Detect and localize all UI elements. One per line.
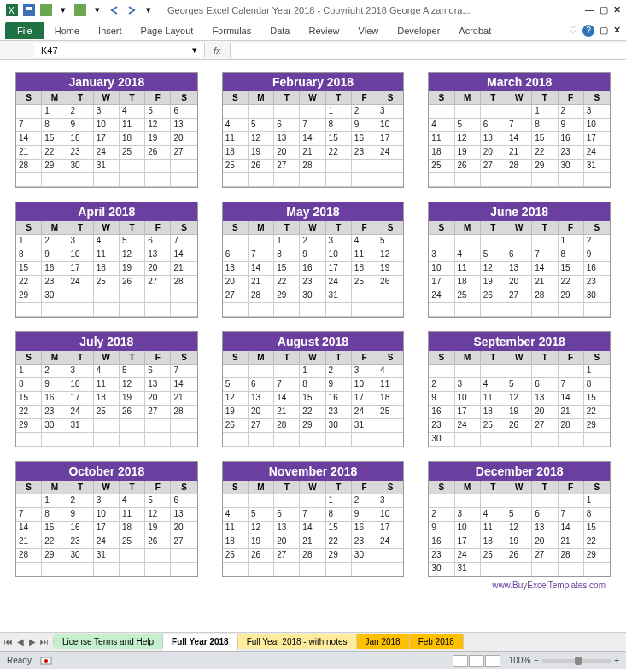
day-cell[interactable]: 14 <box>16 132 42 146</box>
day-cell[interactable]: 8 <box>584 508 610 522</box>
day-cell[interactable] <box>249 105 274 119</box>
day-cell[interactable]: 20 <box>145 392 171 406</box>
qat-dropdown-1[interactable]: ▾ <box>56 3 70 17</box>
day-cell[interactable]: 27 <box>145 276 171 289</box>
day-cell[interactable]: 22 <box>274 276 300 289</box>
day-cell[interactable] <box>326 433 352 447</box>
day-cell[interactable]: 18 <box>481 535 506 549</box>
day-cell[interactable]: 28 <box>16 549 42 563</box>
day-cell[interactable] <box>249 365 274 378</box>
file-tab[interactable]: File <box>5 22 44 39</box>
day-cell[interactable]: 2 <box>67 105 93 119</box>
day-cell[interactable]: 26 <box>506 549 532 563</box>
day-cell[interactable]: 12 <box>223 392 249 406</box>
day-cell[interactable]: 9 <box>67 119 93 132</box>
day-cell[interactable]: 17 <box>352 392 377 406</box>
day-cell[interactable]: 11 <box>120 119 145 132</box>
day-cell[interactable] <box>67 433 93 447</box>
day-cell[interactable]: 7 <box>559 508 584 522</box>
day-cell[interactable] <box>249 433 274 447</box>
day-cell[interactable]: 23 <box>429 419 454 433</box>
day-cell[interactable]: 19 <box>249 535 274 549</box>
day-cell[interactable]: 16 <box>429 406 454 419</box>
day-cell[interactable]: 14 <box>16 522 42 535</box>
day-cell[interactable]: 21 <box>506 146 532 160</box>
day-cell[interactable] <box>532 494 558 508</box>
day-cell[interactable]: 25 <box>455 289 481 303</box>
day-cell[interactable]: 28 <box>171 406 196 419</box>
day-cell[interactable]: 5 <box>223 378 249 392</box>
day-cell[interactable]: 22 <box>326 535 352 549</box>
day-cell[interactable]: 29 <box>300 419 325 433</box>
day-cell[interactable] <box>532 563 558 576</box>
day-cell[interactable]: 23 <box>429 549 454 563</box>
day-cell[interactable]: 3 <box>67 365 93 378</box>
day-cell[interactable] <box>171 173 196 187</box>
day-cell[interactable]: 20 <box>274 146 300 160</box>
day-cell[interactable]: 21 <box>274 406 300 419</box>
day-cell[interactable]: 10 <box>429 262 454 276</box>
day-cell[interactable]: 5 <box>145 105 171 119</box>
day-cell[interactable]: 24 <box>377 146 403 160</box>
day-cell[interactable]: 13 <box>223 262 249 276</box>
day-cell[interactable]: 30 <box>67 549 93 563</box>
day-cell[interactable]: 31 <box>94 160 120 173</box>
day-cell[interactable]: 20 <box>506 276 532 289</box>
day-cell[interactable]: 4 <box>120 494 145 508</box>
day-cell[interactable] <box>559 433 584 447</box>
day-cell[interactable]: 5 <box>481 248 506 262</box>
day-cell[interactable]: 7 <box>249 248 274 262</box>
day-cell[interactable]: 11 <box>455 262 481 276</box>
day-cell[interactable]: 6 <box>249 378 274 392</box>
day-cell[interactable] <box>584 563 610 576</box>
day-cell[interactable]: 9 <box>326 378 352 392</box>
day-cell[interactable]: 16 <box>67 132 93 146</box>
day-cell[interactable]: 19 <box>223 406 249 419</box>
day-cell[interactable] <box>532 303 558 317</box>
day-cell[interactable]: 11 <box>481 522 506 535</box>
day-cell[interactable]: 12 <box>506 522 532 535</box>
day-cell[interactable]: 25 <box>120 146 145 160</box>
day-cell[interactable]: 27 <box>274 549 300 563</box>
day-cell[interactable]: 13 <box>274 522 300 535</box>
day-cell[interactable]: 28 <box>274 419 300 433</box>
day-cell[interactable] <box>481 303 506 317</box>
day-cell[interactable] <box>352 289 377 303</box>
day-cell[interactable]: 24 <box>377 535 403 549</box>
day-cell[interactable] <box>94 419 120 433</box>
day-cell[interactable]: 1 <box>16 235 42 248</box>
day-cell[interactable]: 15 <box>584 522 610 535</box>
day-cell[interactable] <box>171 419 196 433</box>
day-cell[interactable]: 1 <box>16 365 42 378</box>
day-cell[interactable]: 23 <box>42 276 67 289</box>
day-cell[interactable] <box>145 303 171 317</box>
day-cell[interactable]: 26 <box>481 289 506 303</box>
day-cell[interactable]: 26 <box>120 276 145 289</box>
day-cell[interactable]: 18 <box>223 146 249 160</box>
day-cell[interactable]: 8 <box>16 248 42 262</box>
day-cell[interactable]: 11 <box>481 392 506 406</box>
day-cell[interactable] <box>506 433 532 447</box>
day-cell[interactable]: 10 <box>67 248 93 262</box>
day-cell[interactable]: 3 <box>429 248 454 262</box>
day-cell[interactable]: 11 <box>223 132 249 146</box>
day-cell[interactable]: 25 <box>429 160 454 173</box>
day-cell[interactable]: 22 <box>300 406 325 419</box>
day-cell[interactable]: 29 <box>584 419 610 433</box>
day-cell[interactable] <box>274 433 300 447</box>
tab-formulas[interactable]: Formulas <box>203 22 260 39</box>
day-cell[interactable]: 14 <box>506 132 532 146</box>
day-cell[interactable]: 7 <box>532 248 558 262</box>
redo-icon[interactable] <box>125 3 138 17</box>
day-cell[interactable]: 13 <box>249 392 274 406</box>
day-cell[interactable]: 21 <box>249 276 274 289</box>
qat-icon-1[interactable] <box>39 3 53 17</box>
day-cell[interactable]: 6 <box>171 494 196 508</box>
day-cell[interactable]: 19 <box>145 132 171 146</box>
day-cell[interactable] <box>94 433 120 447</box>
day-cell[interactable]: 31 <box>67 419 93 433</box>
day-cell[interactable]: 12 <box>145 508 171 522</box>
day-cell[interactable]: 26 <box>377 276 403 289</box>
day-cell[interactable]: 16 <box>352 132 377 146</box>
day-cell[interactable]: 20 <box>274 535 300 549</box>
